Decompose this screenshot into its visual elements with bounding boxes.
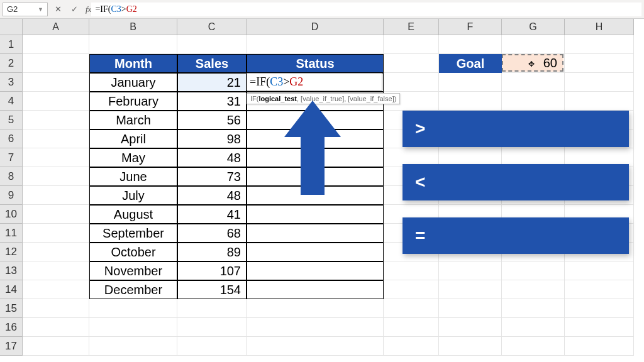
table-header[interactable]: Sales — [177, 54, 247, 73]
table-cell[interactable] — [247, 224, 384, 243]
formula-bar[interactable]: =IF(C3>G2 — [91, 3, 641, 16]
col-header-B[interactable]: B — [89, 19, 177, 35]
table-cell[interactable]: 56 — [177, 111, 247, 129]
col-header-D[interactable]: D — [247, 19, 384, 35]
table-cell[interactable]: 21 — [177, 73, 247, 92]
col-header-E[interactable]: E — [384, 19, 439, 35]
name-box[interactable]: G2 ▼ — [3, 3, 48, 16]
table-cell[interactable]: August — [89, 205, 177, 224]
row-header-1[interactable]: 1 — [0, 35, 23, 54]
formula-tooltip: IF(logical_test, [value_if_true], [value… — [247, 93, 400, 104]
table-cell[interactable]: December — [89, 280, 177, 299]
table-cell[interactable]: 98 — [177, 129, 247, 148]
table-cell[interactable]: July — [89, 186, 177, 205]
col-header-A[interactable]: A — [23, 19, 89, 35]
chevron-down-icon[interactable]: ▼ — [38, 6, 43, 13]
table-cell[interactable] — [247, 280, 384, 299]
table-cell[interactable] — [247, 186, 384, 205]
table-cell[interactable]: February — [89, 92, 177, 111]
table-cell[interactable]: 41 — [177, 205, 247, 224]
column-headers: ABCDEFGH — [23, 19, 634, 35]
row-headers: 1234567891011121314151617 — [0, 35, 23, 356]
accept-formula-icon[interactable]: ✓ — [69, 4, 79, 14]
row-header-7[interactable]: 7 — [0, 148, 23, 167]
col-header-F[interactable]: F — [439, 19, 502, 35]
spreadsheet-grid[interactable]: MonthSalesStatusJanuary21February31March… — [23, 35, 644, 362]
table-cell[interactable]: 89 — [177, 243, 247, 261]
operator-bar: < — [402, 164, 629, 200]
cell-formula-edit[interactable]: =IF(C3>G2 — [247, 73, 382, 90]
row-header-10[interactable]: 10 — [0, 205, 23, 224]
table-cell[interactable] — [247, 148, 384, 167]
row-header-9[interactable]: 9 — [0, 186, 23, 205]
row-header-4[interactable]: 4 — [0, 92, 23, 111]
table-cell[interactable]: 48 — [177, 186, 247, 205]
col-header-C[interactable]: C — [177, 19, 247, 35]
col-header-G[interactable]: G — [502, 19, 565, 35]
table-cell[interactable]: 154 — [177, 280, 247, 299]
table-header[interactable]: Status — [247, 54, 384, 73]
table-cell[interactable]: 73 — [177, 167, 247, 186]
table-cell[interactable] — [247, 261, 384, 280]
row-header-3[interactable]: 3 — [0, 73, 23, 92]
row-header-11[interactable]: 11 — [0, 224, 23, 243]
table-cell[interactable] — [247, 167, 384, 186]
table-cell[interactable]: 107 — [177, 261, 247, 280]
row-header-12[interactable]: 12 — [0, 243, 23, 261]
operator-bar: = — [402, 217, 629, 254]
operator-bar: > — [402, 111, 629, 147]
row-header-17[interactable]: 17 — [0, 337, 23, 356]
table-cell[interactable]: September — [89, 224, 177, 243]
row-header-15[interactable]: 15 — [0, 299, 23, 318]
table-cell[interactable] — [247, 111, 384, 129]
row-header-6[interactable]: 6 — [0, 129, 23, 148]
row-header-14[interactable]: 14 — [0, 280, 23, 299]
cancel-formula-icon[interactable]: ✕ — [53, 4, 63, 14]
col-header-H[interactable]: H — [565, 19, 634, 35]
row-header-13[interactable]: 13 — [0, 261, 23, 280]
move-cursor-icon: ✥ — [528, 60, 535, 69]
table-cell[interactable]: January — [89, 73, 177, 92]
fx-icon[interactable]: fx — [86, 4, 91, 14]
row-header-16[interactable]: 16 — [0, 318, 23, 337]
table-cell[interactable]: March — [89, 111, 177, 129]
name-box-value: G2 — [7, 4, 18, 14]
select-all-corner[interactable] — [0, 19, 23, 35]
table-cell[interactable]: April — [89, 129, 177, 148]
table-cell[interactable]: 31 — [177, 92, 247, 111]
row-header-8[interactable]: 8 — [0, 167, 23, 186]
goal-header[interactable]: Goal — [439, 54, 502, 73]
table-cell[interactable]: May — [89, 148, 177, 167]
table-cell[interactable]: June — [89, 167, 177, 186]
table-cell[interactable] — [247, 129, 384, 148]
table-cell[interactable] — [247, 205, 384, 224]
table-cell[interactable]: 68 — [177, 224, 247, 243]
table-header[interactable]: Month — [89, 54, 177, 73]
row-header-2[interactable]: 2 — [0, 54, 23, 73]
table-cell[interactable]: October — [89, 243, 177, 261]
table-cell[interactable]: November — [89, 261, 177, 280]
row-header-5[interactable]: 5 — [0, 111, 23, 129]
table-cell[interactable]: 48 — [177, 148, 247, 167]
table-cell[interactable] — [247, 243, 384, 261]
